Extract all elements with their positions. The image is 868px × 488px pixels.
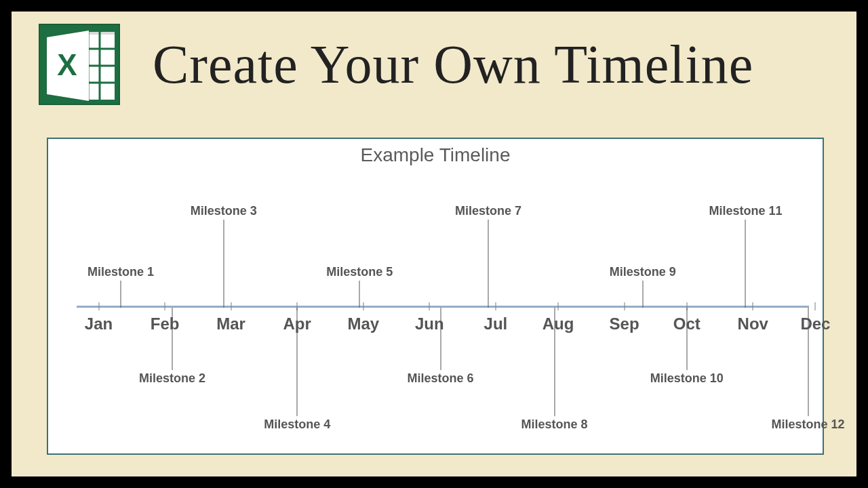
milestone-label: Milestone 6 (408, 371, 474, 386)
milestone-line (642, 281, 643, 308)
chart-title: Example Timeline (48, 144, 823, 166)
milestone-label: Milestone 5 (326, 265, 393, 279)
milestone-line (440, 308, 441, 370)
milestone-label: Milestone 7 (455, 204, 521, 218)
milestone-label: Milestone 4 (264, 418, 330, 432)
tick-mark (231, 302, 231, 310)
milestone-line (359, 281, 360, 308)
month-label: Jan (85, 314, 113, 333)
milestone-label: Milestone 12 (772, 418, 845, 432)
month-label: May (347, 314, 379, 333)
tick-mark (98, 302, 99, 310)
plot-area: JanFebMarAprMayJunJulAugSepOctNovDecMile… (77, 173, 809, 440)
milestone-line (686, 308, 687, 370)
milestone-label: Milestone 2 (139, 371, 205, 386)
tick-mark (753, 302, 753, 310)
month-label: Nov (738, 314, 768, 333)
tick-mark (815, 302, 816, 310)
milestone-label: Milestone 10 (650, 371, 724, 386)
milestone-line (808, 308, 808, 416)
milestone-label: Milestone 8 (521, 418, 588, 432)
tick-mark (165, 302, 165, 310)
milestone-line (172, 308, 172, 370)
tick-mark (429, 302, 430, 310)
milestone-line (554, 308, 555, 416)
tick-mark (495, 302, 496, 310)
milestone-label: Milestone 1 (87, 265, 154, 279)
axis-line (77, 306, 809, 308)
month-label: Feb (151, 314, 180, 333)
slide-frame: X Create Your Own Timeline Example Timel… (10, 10, 858, 478)
milestone-label: Milestone 9 (610, 265, 676, 279)
tick-mark (624, 302, 625, 310)
milestone-line (297, 308, 298, 416)
excel-icon: X (39, 24, 120, 105)
milestone-line (121, 281, 121, 308)
month-label: Mar (216, 314, 245, 333)
tick-mark (558, 302, 559, 310)
milestone-label: Milestone 11 (709, 204, 782, 218)
milestone-line (223, 220, 224, 308)
milestone-label: Milestone 3 (191, 204, 257, 218)
excel-icon-letter: X (57, 48, 77, 81)
page-title: Create Your Own Timeline (153, 34, 753, 96)
month-label: Dec (800, 314, 830, 333)
header: X Create Your Own Timeline (12, 12, 856, 105)
month-label: Sep (610, 314, 639, 333)
milestone-line (745, 220, 746, 308)
month-label: Jul (484, 314, 508, 333)
timeline-chart: Example Timeline JanFebMarAprMayJunJulAu… (47, 138, 824, 455)
milestone-line (488, 220, 489, 308)
tick-mark (363, 302, 363, 310)
month-label: Aug (542, 314, 574, 333)
